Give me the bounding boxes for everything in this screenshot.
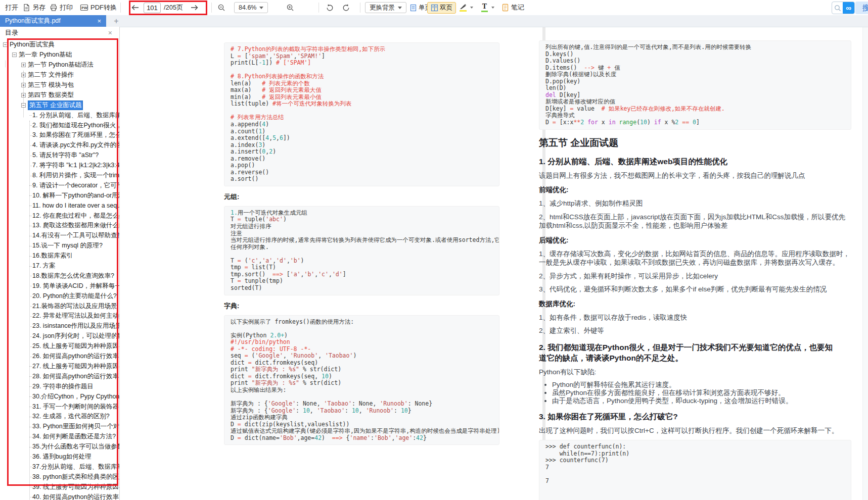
toc-item[interactable]: 39. 线上服务可能因为种种原因导致 (0, 482, 119, 492)
toc-item[interactable]: 38. python新式类和经典类的区别 (0, 472, 119, 482)
toc-item[interactable]: +第二节 文件操作 (0, 70, 119, 80)
toc-item[interactable]: 9. 请设计一个decorator，它可作用 (0, 180, 119, 190)
search-box[interactable]: ∞ (832, 2, 855, 14)
toc-item[interactable]: 35.为什么函数名字可以当做参数 (0, 442, 119, 452)
note-button[interactable]: 笔记 (501, 0, 524, 15)
toc-item[interactable]: 21.装饰器的写法以及应用场景 (0, 301, 119, 311)
toc-item[interactable]: 32. 生成器，迭代器的区别? (0, 412, 119, 422)
toc-item[interactable]: 11. how do I iterate over a sequence (0, 201, 119, 211)
infinity-logo-button[interactable]: ∞ (843, 2, 854, 14)
toc-item[interactable]: +第一节 Python基础语法 (0, 60, 119, 70)
expand-icon[interactable]: + (21, 83, 26, 87)
toc-item[interactable]: 23. isinstance作用以及应用场景 (0, 321, 119, 331)
arrow-right-icon (190, 4, 199, 12)
toc-item[interactable]: 4. 请谈谈.pyc文件和.py文件的区别 (0, 140, 119, 151)
toc-item[interactable]: 10. 解释一下python的and-or用法 (0, 190, 119, 201)
new-tab-button[interactable]: + (110, 15, 122, 27)
page-number-input[interactable] (144, 3, 161, 13)
previous-page-button[interactable] (130, 0, 140, 15)
toc-item-label: 39. 线上服务可能因为种种原因导致 (32, 483, 119, 491)
toc-item[interactable]: +第四节 数据类型 (0, 90, 119, 100)
document-view[interactable]: # 7.Python的列表的截取与字符串操作类型相同,如下所示L = ['spa… (120, 27, 868, 500)
toc-item[interactable]: 7. 将字符串 "k:1 |k1:2|k2:3|k3:4" (0, 161, 119, 171)
toc-item[interactable]: −第一章 Python基础 (0, 50, 119, 60)
code-line: 任何序列对象. (231, 244, 493, 251)
page-right-content: 列出所有的键,值.注意得到的是一个可迭代对象,而不是列表.用的时候需要转换D.k… (539, 40, 851, 500)
toc-item[interactable]: 2. 我们都知道现在Python很火，但是对于 (0, 120, 119, 130)
toc-item[interactable]: 29. 字符串的操作题目 (0, 381, 119, 391)
toc-item[interactable]: 5. 请反转字符串 "aStr"? (0, 151, 119, 161)
double-page-button[interactable]: 双页 (427, 0, 456, 15)
highlighter-tool-button[interactable] (459, 0, 473, 15)
toc-item[interactable]: 22. 异常处理写法以及如何主动抛 (0, 311, 119, 321)
toc-item[interactable]: 17. 方案 (0, 261, 119, 271)
open-button[interactable]: 打开 (5, 0, 18, 15)
expand-icon[interactable]: + (21, 73, 26, 77)
toc-item[interactable]: 16.数据库索引 (0, 251, 119, 261)
code-line: a.insert(0,2) (231, 148, 493, 156)
vertical-scrollbar[interactable] (862, 27, 868, 500)
change-background-button[interactable]: 更换背景 (365, 0, 406, 15)
toc-item[interactable]: 14.有没有一个工具可以帮助查找 (0, 231, 119, 241)
toc-item[interactable]: 36. 遇到bug如何处理 (0, 452, 119, 462)
toc-item[interactable]: 28. 如何提高python的运行效率 (0, 371, 119, 381)
collapse-icon[interactable]: − (21, 103, 26, 108)
toc-item[interactable]: 12. 你在爬虫过程中，都是怎么处理 (0, 211, 119, 221)
toc-item[interactable]: 34. 如何判断是函数还是方法? (0, 432, 119, 442)
page-number-field[interactable] (144, 0, 161, 15)
toc-item[interactable]: 26. 如何提高python的运行效率 (0, 352, 119, 362)
doc-paragraph: 数据库优化: (539, 299, 851, 309)
toc-item[interactable]: +第三节 模块与包 (0, 80, 119, 90)
sidebar-close-icon[interactable]: × (108, 29, 112, 37)
toc-item[interactable]: 31. 手写一个判断时间的装饰器 (0, 402, 119, 412)
toc-item[interactable]: 30.介绍Cython，Pypy Cpython (0, 391, 119, 402)
toc-item[interactable]: 37.分别从前端、后端、数据库阐述 (0, 462, 119, 472)
toc-item[interactable]: 24. json序列化时，可以处理的数据 (0, 331, 119, 341)
code-line: D = dict(zip(keyslist,valueslist)) (231, 421, 493, 428)
document-tab[interactable]: Python面试宝典.pdf × (0, 15, 106, 27)
toc-item-label: 24. json序列化时，可以处理的数据 (32, 332, 119, 340)
code-line: 对元组进行排序 (231, 223, 493, 230)
toc-sidebar: 目录 × −Python面试宝典−第一章 Python基础+第一节 Python… (0, 27, 120, 500)
toc-item-label: 26. 如何提高python的运行效率 (32, 352, 119, 361)
toc-item[interactable]: 18.数据库怎么优化查询效率? (0, 271, 119, 281)
toc-item[interactable]: 25. 线上服务可能因为种种原因导致 (0, 341, 119, 352)
expand-icon[interactable]: + (21, 93, 26, 97)
toc-item[interactable]: 15.说一下 mysql 的原理? (0, 241, 119, 251)
toc-item[interactable]: 8. 利用切片操作，实现一个trim() (0, 171, 119, 181)
save-as-button[interactable]: 另存 (22, 0, 45, 15)
text-color-tool-button[interactable]: T (481, 0, 494, 15)
print-button[interactable]: 打印 (50, 0, 73, 15)
doc-heading: 1. 分别从前端、后端、数据库阐述web项目的性能优化 (539, 156, 836, 167)
toc-item[interactable]: −Python面试宝典 (0, 40, 119, 50)
toc-item-label: 18.数据库怎么优化查询效率? (32, 272, 114, 280)
expand-icon[interactable]: + (21, 63, 26, 67)
zoom-in-button[interactable] (286, 0, 295, 15)
toc-item[interactable]: 20. Python的主要功能是什么? (0, 291, 119, 301)
partial-corner-tab[interactable]: 搜 (855, 2, 868, 14)
toc-item[interactable]: −第五节 企业面试题 (0, 100, 119, 110)
redo-button[interactable] (342, 0, 351, 15)
undo-button[interactable] (325, 0, 334, 15)
toc-item[interactable]: 3. 如果你困在了死循环里，怎么打破它? (0, 130, 119, 140)
collapse-icon[interactable]: − (12, 53, 17, 57)
zoom-out-button[interactable] (217, 0, 226, 15)
page-total: /205页 (164, 0, 183, 15)
next-page-button[interactable] (190, 0, 199, 15)
toc-item[interactable]: 33. Python里面如何拷贝一个对象 (0, 422, 119, 432)
toc-item[interactable]: 19. 简单谈谈ACID，并解释每一个 (0, 281, 119, 291)
doc-paragraph: 1、缓存存储读写次数高，变化少的数据，比如网站首页的信息、商品的信息等。应用程序… (539, 249, 851, 267)
toc-item-label: 第二节 文件操作 (28, 71, 74, 79)
pdf-convert-button[interactable]: PW PDF转换 (80, 0, 117, 15)
toc-item[interactable]: 13. 爬取这些数据都用来做什么的 (0, 221, 119, 231)
code-line: T = ('c','a','d','b') (231, 258, 493, 265)
toc-item-label: 16.数据库索引 (32, 252, 73, 260)
toc-item[interactable]: 27. 线上服务可能因为种种原因导致 (0, 362, 119, 372)
tab-close-icon[interactable]: × (97, 17, 101, 25)
toc-item[interactable]: 40. 如何提高python的运行效率 (0, 492, 119, 500)
chevron-down-icon[interactable] (470, 7, 473, 9)
chevron-down-icon[interactable] (491, 7, 494, 9)
zoom-level-select[interactable]: 84.6% (234, 0, 268, 15)
collapse-icon[interactable]: − (3, 42, 8, 47)
toc-item[interactable]: 1. 分别从前端、后端、数据库阐述web项目 (0, 110, 119, 120)
